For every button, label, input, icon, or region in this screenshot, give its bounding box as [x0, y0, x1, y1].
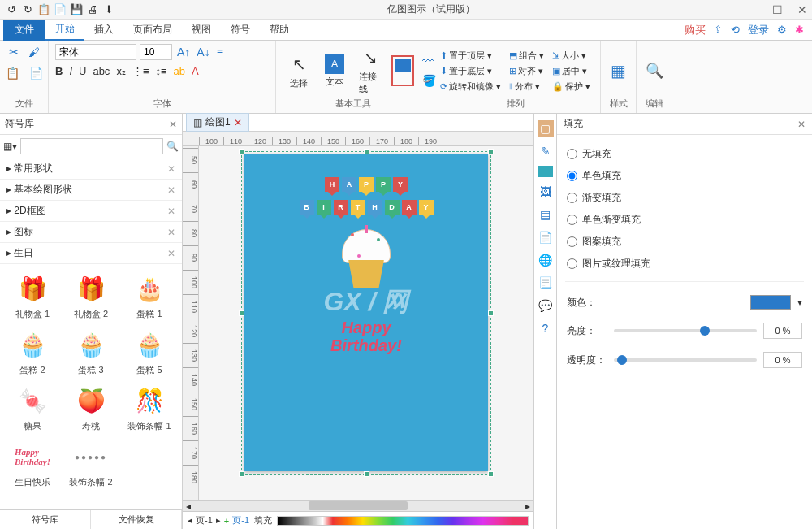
- category-4[interactable]: ▸ 生日✕: [0, 243, 182, 264]
- pencil-icon[interactable]: ✎: [538, 143, 554, 159]
- qat-icon-6[interactable]: ⬇: [102, 3, 115, 16]
- arrange-4[interactable]: ⊞ 对齐 ▾: [506, 64, 547, 78]
- add-page-icon[interactable]: +: [224, 516, 229, 526]
- qat-icon-3[interactable]: 📄: [54, 3, 67, 16]
- qat-icon-4[interactable]: 💾: [70, 3, 83, 16]
- left-panel-close-icon[interactable]: ✕: [169, 119, 177, 130]
- page-tab-label[interactable]: 页-1: [232, 514, 249, 527]
- tab-页面布局[interactable]: 页面布局: [123, 20, 182, 41]
- opacity-slider[interactable]: [614, 358, 757, 362]
- category-1[interactable]: ▸ 基本绘图形状✕: [0, 180, 182, 201]
- fill-option-5[interactable]: 图片或纹理填充: [565, 253, 804, 275]
- bullets-button[interactable]: ⋮≡: [132, 65, 149, 77]
- font-size-select[interactable]: [140, 44, 172, 60]
- arrange-3[interactable]: ⬇ 置于底层 ▾: [437, 64, 504, 78]
- birthday-card-page[interactable]: HAPPY BIRTHDAY GX / 网 Hap: [244, 154, 488, 471]
- line-spacing-button[interactable]: ↕≡: [155, 65, 166, 77]
- page-prev-icon[interactable]: ◂: [188, 515, 192, 526]
- minimize-button[interactable]: —: [746, 3, 758, 16]
- shape-10[interactable]: ●●●●●装饰条幅 2: [63, 437, 119, 490]
- color-palette-strip[interactable]: [277, 516, 529, 526]
- page-icon[interactable]: 📃: [538, 275, 554, 291]
- tab-开始[interactable]: 开始: [45, 20, 84, 41]
- close-button[interactable]: ✕: [797, 3, 807, 16]
- qat-icon-2[interactable]: 📋: [37, 3, 50, 16]
- arrange-8[interactable]: 🔒 保护 ▾: [549, 80, 594, 93]
- document-tab[interactable]: ▥ 绘图1 ✕: [186, 113, 249, 132]
- left-footer-tab-1[interactable]: 文件恢复: [91, 510, 182, 529]
- qat-icon-1[interactable]: ↻: [21, 3, 34, 16]
- font-name-select[interactable]: [55, 44, 136, 60]
- bold-button[interactable]: B: [55, 65, 63, 77]
- search-icon[interactable]: 🔍: [166, 141, 179, 152]
- layers-icon[interactable]: ▤: [538, 206, 554, 223]
- cloud-icon[interactable]: ⟲: [731, 24, 740, 36]
- shape-1[interactable]: 🎁礼物盒 2: [63, 269, 119, 322]
- shape-5[interactable]: 🧁蛋糕 5: [122, 325, 177, 378]
- document-tab-close-icon[interactable]: ✕: [234, 117, 242, 128]
- strike-button[interactable]: abc: [93, 65, 110, 77]
- tab-file[interactable]: 文件: [3, 20, 45, 41]
- fill-option-1[interactable]: 单色填充: [565, 165, 804, 187]
- shape-6[interactable]: 🍬糖果: [5, 381, 60, 434]
- shape-2[interactable]: 🎂蛋糕 1: [122, 269, 177, 322]
- qat-icon-5[interactable]: 🖨: [86, 3, 99, 16]
- arrange-1[interactable]: ⬒ 组合 ▾: [506, 49, 547, 63]
- subscript-button[interactable]: x₂: [116, 65, 126, 77]
- logo-icon[interactable]: ✱: [795, 24, 804, 36]
- tab-符号[interactable]: 符号: [221, 20, 260, 41]
- document-icon[interactable]: 📄: [538, 229, 554, 245]
- highlight-button[interactable]: ab: [174, 65, 185, 77]
- fill-option-3[interactable]: 单色渐变填充: [565, 209, 804, 231]
- find-icon[interactable]: 🔍: [644, 60, 665, 81]
- arrange-2[interactable]: ⇲ 大小 ▾: [549, 49, 594, 63]
- font-color-button[interactable]: A: [192, 65, 199, 77]
- style-icon[interactable]: ▦: [609, 59, 628, 82]
- gear-icon[interactable]: ⚙: [777, 24, 787, 36]
- underline-button[interactable]: U: [79, 65, 86, 77]
- connector-tool[interactable]: ↘连接线: [354, 45, 387, 97]
- fill-option-0[interactable]: 无填充: [565, 143, 804, 165]
- horizontal-scrollbar[interactable]: ◂▸: [183, 500, 533, 511]
- qat-icon-0[interactable]: ↺: [5, 3, 18, 16]
- comment-icon[interactable]: 💬: [538, 297, 554, 314]
- format-painter-icon[interactable]: 🖌: [27, 44, 41, 60]
- decrease-font-icon[interactable]: A↓: [195, 44, 211, 60]
- fill-option-2[interactable]: 渐变填充: [565, 187, 804, 209]
- image-icon[interactable]: 🖼: [538, 184, 554, 200]
- color-picker[interactable]: [750, 295, 791, 310]
- fill-panel-icon[interactable]: [538, 166, 553, 177]
- category-close-icon[interactable]: ✕: [167, 227, 175, 238]
- right-panel-close-icon[interactable]: ✕: [797, 119, 806, 130]
- tab-视图[interactable]: 视图: [182, 20, 221, 41]
- select-tool[interactable]: ↖选择: [283, 51, 315, 91]
- paste-icon[interactable]: 📄: [28, 65, 45, 81]
- arrange-6[interactable]: ⟳ 旋转和镜像 ▾: [437, 80, 504, 93]
- globe-icon[interactable]: 🌐: [538, 252, 554, 268]
- page-next-icon[interactable]: ▸: [216, 515, 221, 526]
- maximize-button[interactable]: ☐: [772, 3, 783, 16]
- brightness-value[interactable]: 0 %: [763, 323, 802, 339]
- library-filter-icon[interactable]: ▦▾: [3, 141, 17, 152]
- brightness-slider[interactable]: [614, 329, 757, 332]
- selection-handles[interactable]: [241, 151, 491, 475]
- italic-button[interactable]: I: [69, 65, 72, 77]
- category-close-icon[interactable]: ✕: [167, 248, 175, 259]
- increase-font-icon[interactable]: A↑: [175, 44, 192, 60]
- shape-9[interactable]: HappyBirthday!生日快乐: [5, 437, 60, 490]
- shape-0[interactable]: 🎁礼物盒 1: [5, 269, 60, 322]
- tab-插入[interactable]: 插入: [84, 20, 123, 41]
- shape-7[interactable]: 🍑寿桃: [63, 381, 119, 434]
- help-icon[interactable]: ?: [538, 320, 554, 336]
- arrange-7[interactable]: ⫴ 分布 ▾: [506, 80, 547, 93]
- fill-option-4[interactable]: 图案填充: [565, 231, 804, 253]
- login-link[interactable]: 登录: [748, 23, 769, 37]
- fill-tool[interactable]: [391, 55, 414, 86]
- left-footer-tab-0[interactable]: 符号库: [0, 510, 91, 529]
- share-icon[interactable]: ⇪: [714, 24, 723, 36]
- category-close-icon[interactable]: ✕: [167, 206, 175, 217]
- arrange-5[interactable]: ▣ 居中 ▾: [549, 64, 594, 78]
- cut-icon[interactable]: ✂: [7, 44, 20, 60]
- category-0[interactable]: ▸ 常用形状✕: [0, 158, 182, 180]
- copy-icon[interactable]: 📋: [4, 65, 21, 81]
